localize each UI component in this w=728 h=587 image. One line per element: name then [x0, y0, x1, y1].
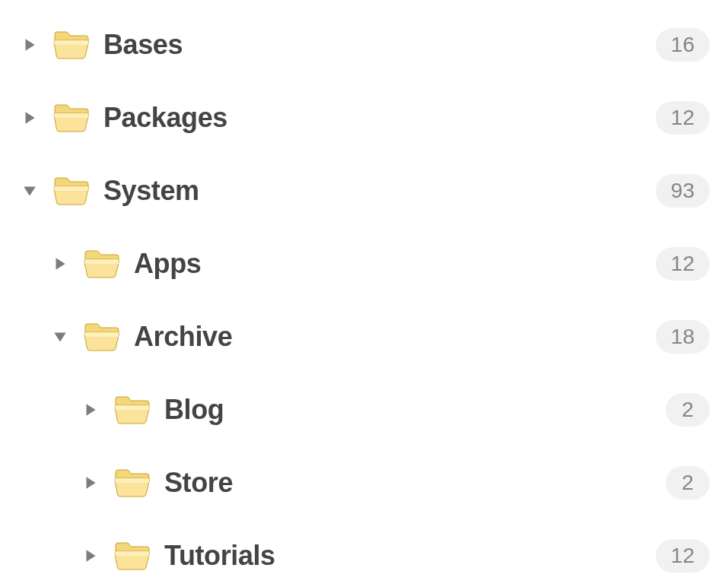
- tree-item-label: Tutorials: [164, 540, 656, 572]
- tree-item[interactable]: Store2: [18, 459, 710, 506]
- tree-item-label: Blog: [164, 394, 666, 426]
- svg-marker-3: [56, 258, 65, 269]
- tree-item[interactable]: Bases16: [18, 21, 710, 68]
- svg-marker-5: [87, 404, 96, 415]
- count-badge: 93: [656, 174, 710, 208]
- tree-item[interactable]: Blog2: [18, 386, 710, 433]
- tree-item-label: Store: [164, 467, 666, 499]
- tree-item[interactable]: Packages12: [18, 94, 710, 141]
- tree-item-label: System: [103, 175, 656, 207]
- chevron-right-icon[interactable]: [79, 471, 102, 494]
- chevron-down-icon[interactable]: [49, 325, 72, 348]
- tree-item[interactable]: Tutorials12: [18, 532, 710, 579]
- chevron-right-icon[interactable]: [18, 106, 41, 129]
- svg-marker-1: [26, 112, 35, 123]
- folder-icon: [53, 30, 90, 60]
- chevron-right-icon[interactable]: [79, 398, 102, 421]
- tree-item[interactable]: System93: [18, 167, 710, 214]
- tree-item-label: Packages: [103, 102, 656, 134]
- chevron-right-icon[interactable]: [49, 252, 72, 275]
- tree-item[interactable]: Archive18: [18, 313, 710, 360]
- svg-marker-2: [24, 187, 35, 196]
- tree-item-label: Apps: [134, 248, 656, 280]
- count-badge: 18: [656, 320, 710, 354]
- folder-icon: [53, 103, 90, 133]
- count-badge: 12: [656, 247, 710, 281]
- tree-item[interactable]: Apps12: [18, 240, 710, 287]
- count-badge: 12: [656, 539, 710, 573]
- chevron-down-icon[interactable]: [18, 179, 41, 202]
- folder-icon: [114, 541, 151, 571]
- folder-icon: [84, 249, 120, 279]
- svg-marker-0: [26, 39, 35, 50]
- folder-icon: [84, 322, 120, 352]
- count-badge: 16: [656, 28, 710, 62]
- chevron-right-icon[interactable]: [18, 33, 41, 56]
- count-badge: 2: [666, 466, 710, 500]
- folder-icon: [114, 468, 151, 498]
- svg-marker-7: [87, 550, 96, 561]
- count-badge: 2: [666, 393, 710, 427]
- svg-marker-4: [54, 333, 65, 342]
- folder-icon: [53, 176, 90, 206]
- chevron-right-icon[interactable]: [79, 544, 102, 567]
- tree-item-label: Bases: [103, 29, 656, 61]
- folder-icon: [114, 395, 151, 425]
- svg-marker-6: [87, 477, 96, 488]
- tree-item-label: Archive: [134, 321, 656, 353]
- folder-tree: Bases16Packages12System93Apps12Archive18…: [18, 21, 710, 579]
- count-badge: 12: [656, 101, 710, 135]
